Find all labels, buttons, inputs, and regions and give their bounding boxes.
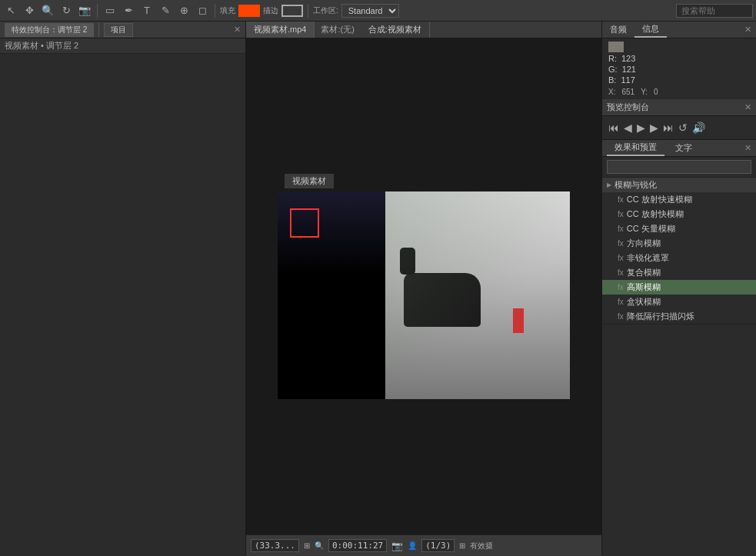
coord-row: X: 651 Y: 0 [608,88,750,96]
top-toolbar: ↖ ✥ 🔍 ↻ 📷 ▭ ✒ T ✎ ⊕ ◻ 填充 描边 工作区: Standar… [0,0,756,22]
panel-close-btn[interactable]: ✕ [234,25,241,35]
workspace-select[interactable]: Standard [341,4,399,18]
effect-item-2[interactable]: fx CC 矢量模糊 [602,221,756,236]
tab-effects[interactable]: 效果和预置 [607,140,664,156]
right-panel-close[interactable]: ✕ [744,25,756,35]
effect-item-3[interactable]: fx 方向模糊 [602,236,756,251]
move-icon[interactable]: ✥ [22,3,37,18]
preview-ctrl-body: ⏮ ◀ ▶ ▶ ⏭ ↺ 🔊 [602,116,756,139]
r-label: R: [608,54,617,63]
effects-search-input[interactable] [607,160,751,174]
right-tabs: 音频 信息 ✕ [602,22,756,38]
preview-tab-source[interactable]: 视频素材.mp4 [246,22,315,38]
fx-icon-4: fx [618,254,624,262]
preview-quality: (1/3) [421,539,455,552]
effects-close[interactable]: ✕ [744,143,751,153]
pen-icon[interactable]: ✒ [121,3,136,18]
arrow-icon[interactable]: ↖ [3,3,18,18]
effects-section: 效果和预置 文字 ✕ ▶ 模糊与锐化 fx CC 放射快速模糊 [602,140,756,556]
g-value: 121 [622,65,636,74]
x-value: 651 [621,88,634,96]
prev-frame-btn[interactable]: ⏮ [608,122,619,134]
tab-audio[interactable]: 音频 [602,22,634,37]
main-layout: 特效控制台：调节层 2 项目 ✕ 视频素材 • 调节层 2 视频素材.mp4 素… [0,22,756,556]
stroke-color-box[interactable] [281,5,303,17]
effects-control-header: 特效控制台：调节层 2 项目 ✕ [0,22,245,38]
eraser-icon[interactable]: ◻ [195,3,210,18]
x-label: X: [608,88,615,96]
scene-overlay [385,191,570,399]
effects-list: ▶ 模糊与锐化 fx CC 放射快速模糊 fx CC 放射快模糊 fx CC 矢… [602,178,756,555]
fx-icon-7: fx [618,298,624,306]
text-icon[interactable]: T [139,3,155,18]
preview-frame-icon: ⊞ [304,541,310,550]
effects-control-tab[interactable]: 特效控制台：调节层 2 [5,23,94,37]
preview-ctrl-close[interactable]: ✕ [744,102,751,112]
g-row: G: 121 [608,65,750,74]
project-tab[interactable]: 项目 [104,23,133,37]
fx-icon-6: fx [618,283,624,291]
fx-icon-0: fx [618,195,624,204]
right-panel: 音频 信息 ✕ R: 123 G: 121 B: 117 X: 651 [602,22,756,556]
brush-icon[interactable]: ✎ [158,3,173,18]
effect-name-0: CC 放射快速模糊 [627,194,692,205]
fx-icon-3: fx [618,239,624,248]
group-title: 模糊与锐化 [614,179,657,191]
effects-header: 效果和预置 文字 ✕ [602,140,756,157]
effect-name-6: 高斯模糊 [627,281,661,293]
clone-icon[interactable]: ⊕ [176,3,191,18]
effect-item-5[interactable]: fx 复合模糊 [602,265,756,280]
camera-icon[interactable]: 📷 [77,3,92,18]
effect-name-1: CC 放射快模糊 [627,208,684,220]
preview-label: 视频素材 [285,174,334,188]
effect-item-1[interactable]: fx CC 放射快模糊 [602,207,756,221]
step-back-btn[interactable]: ◀ [624,122,632,134]
tab-text[interactable]: 文字 [668,141,700,155]
y-value: 0 [654,88,658,96]
effect-name-4: 非锐化遮罩 [627,252,669,264]
rect-icon[interactable]: ▭ [102,3,118,18]
play-btn[interactable]: ▶ [637,122,645,134]
next-frame-btn[interactable]: ⏭ [663,122,674,134]
effect-item-0[interactable]: fx CC 放射快速模糊 [602,192,756,207]
effect-item-6[interactable]: fx 高斯模糊 [602,280,756,295]
preview-ctrl-title: 预览控制台 [607,102,649,113]
effect-item-8[interactable]: fx 降低隔行扫描闪烁 [602,309,756,324]
effects-panel-content [0,54,245,556]
b-label: B: [608,75,616,85]
sep3 [308,4,308,18]
camera-snap-icon[interactable]: 📷 [391,541,403,551]
preview-person-icon: 👤 [408,541,417,550]
color-swatch-row [608,42,750,52]
tab-info[interactable]: 信息 [634,22,667,38]
sep2 [215,4,215,18]
preview-tab-none: 素材:(无) [315,22,360,37]
loop-btn[interactable]: ↺ [678,122,688,134]
effect-name-7: 盒状模糊 [627,296,661,308]
preview-ctrl-header: 预览控制台 ✕ [602,99,756,116]
audio-btn[interactable]: 🔊 [692,122,705,134]
preview-status: 有效摄 [470,541,493,551]
r-row: R: 123 [608,54,750,63]
effect-name-5: 复合模糊 [627,267,661,278]
effect-name-3: 方向模糊 [627,238,661,249]
blur-group-header[interactable]: ▶ 模糊与锐化 [602,178,756,192]
preview-zoom-icon: 🔍 [315,541,324,550]
preview-tab-comp[interactable]: 合成:视频素材 [361,22,430,38]
effect-item-7[interactable]: fx 盒状模糊 [602,295,756,309]
breadcrumb: 视频素材 • 调节层 2 [0,38,245,54]
rotate-icon[interactable]: ↻ [58,3,74,18]
workspace-label: 工作区: [313,5,338,16]
fill-color-box[interactable] [238,5,260,17]
zoom-icon[interactable]: 🔍 [40,3,55,18]
fx-icon-8: fx [618,312,624,321]
effect-item-4[interactable]: fx 非锐化遮罩 [602,251,756,265]
step-fwd-btn[interactable]: ▶ [650,122,658,134]
video-content [278,191,570,399]
preview-tabs: 视频素材.mp4 素材:(无) 合成:视频素材 [246,22,601,38]
sep4 [98,23,99,37]
help-search-input[interactable] [676,4,753,18]
preview-area: 视频素材 [246,38,601,534]
b-row: B: 117 [608,75,750,85]
effects-search [602,157,756,178]
